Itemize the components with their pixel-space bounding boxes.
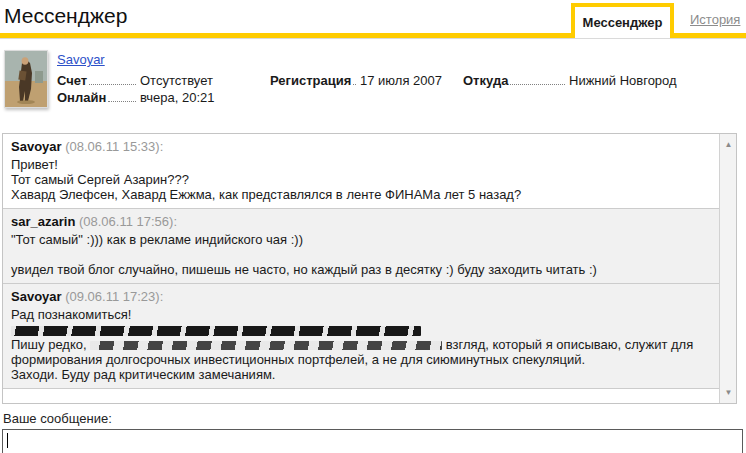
page-title: Мессенджер [4,4,127,28]
message-2-line: "Тот самый" :))) как в рекламе индийског… [11,232,711,247]
tab-history-link[interactable]: История [690,12,740,27]
message-1-line: Хавард Элефсен, Хавард Ежжма, как предст… [11,187,711,202]
message-2: sar_azarin (08.06.11 17:56): "Тот самый"… [3,209,719,284]
message-3-header: Savoyar (09.06.11 17:23): [11,289,711,304]
message-3-author: Savoyar [11,289,62,304]
profile-field-online-value: вчера, 20:21 [140,90,215,105]
profile-field-online: Онлайн вчера, 20:21 [57,88,265,105]
profile-field-from: Откуда Нижний Новгород [463,71,741,88]
profile-field-online-label: Онлайн [57,90,106,105]
savoyar-painting-icon [5,51,47,107]
profile-field-account: Счет Отсутствует [57,71,265,88]
dotted-leader [353,74,356,85]
tab-messenger-label: Мессенджер [583,15,663,30]
avatar[interactable] [4,50,48,108]
message-3-line: Пишу редко, взгляд, который я описываю, … [11,337,711,367]
message-3: Savoyar (09.06.11 17:23): Рад познакомит… [3,284,719,389]
profile-column-2: Регистрация 17 июля 2007 [270,71,460,88]
message-1-line: Привет! [11,157,711,172]
profile-field-account-value: Отсутствует [140,73,213,88]
dotted-leader [510,74,565,85]
scroll-up-icon[interactable]: ▲ [721,137,736,152]
username-link[interactable]: Savoyar [57,52,105,67]
message-1-line: Тот самый Сергей Азарин??? [11,172,711,187]
accent-bar-shadow [0,38,746,39]
profile-field-registration-label: Регистрация [270,73,351,88]
message-history-box: Savoyar (08.06.11 15:33): Привет! Тот са… [2,133,737,404]
profile-column-1: Счет Отсутствует Онлайн вчера, 20:21 [57,71,265,105]
tab-messenger[interactable]: Мессенджер [571,3,674,38]
message-1: Savoyar (08.06.11 15:33): Привет! Тот са… [3,134,719,209]
compose-label: Ваше сообщение: [3,411,112,426]
profile-field-account-label: Счет [57,73,87,88]
message-1-author: Savoyar [11,139,62,154]
message-1-header: Savoyar (08.06.11 15:33): [11,139,711,154]
message-2-line: увидел твой блог случайно, пишешь не час… [11,262,711,277]
redacted-bar [90,341,442,350]
message-2-timestamp: (08.06.11 17:56): [79,214,177,229]
scroll-down-icon[interactable]: ▼ [721,385,736,400]
profile-field-from-value: Нижний Новгород [569,73,677,88]
message-2-line [11,247,711,262]
message-scrollbar[interactable]: ▲ ▼ [719,134,736,403]
redacted-bar [11,326,421,336]
message-input[interactable] [2,429,743,453]
profile-column-3: Откуда Нижний Новгород [463,71,741,88]
message-3-timestamp: (09.06.11 17:23): [65,289,163,304]
message-1-timestamp: (08.06.11 15:33): [65,139,163,154]
message-2-author: sar_azarin [11,214,75,229]
message-list: Savoyar (08.06.11 15:33): Привет! Тот са… [3,134,719,403]
profile-field-from-label: Откуда [463,73,508,88]
message-2-header: sar_azarin (08.06.11 17:56): [11,214,711,229]
message-3-line-prefix: Пишу редко, [11,337,87,352]
message-3-line: Заходи. Буду рад критическим замечаниям. [11,367,711,382]
profile-field-registration-value: 17 июля 2007 [360,73,442,88]
messenger-page: Мессенджер Мессенджер История Savoyar Сч… [0,0,746,453]
dotted-leader [89,74,136,85]
message-3-redacted-line [11,322,711,337]
profile-field-registration: Регистрация 17 июля 2007 [270,71,460,88]
message-3-line: Рад познакомиться! [11,307,711,322]
dotted-leader [108,91,136,102]
